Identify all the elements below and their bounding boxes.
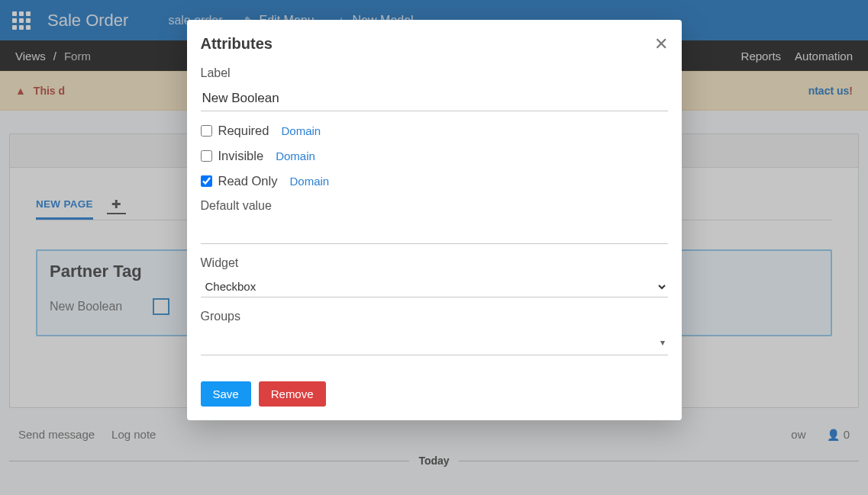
widget-lbl: Widget xyxy=(201,256,668,270)
default-value-input[interactable] xyxy=(201,219,668,244)
label-input[interactable] xyxy=(201,86,668,111)
attributes-modal: Attributes ✕ Label Required Domain Invis… xyxy=(187,20,682,420)
default-value-lbl: Default value xyxy=(201,199,668,213)
invisible-checkbox[interactable] xyxy=(201,150,212,162)
required-label: Required xyxy=(218,124,269,138)
readonly-domain-link[interactable]: Domain xyxy=(289,175,329,188)
required-checkbox[interactable] xyxy=(201,125,212,137)
label-lbl: Label xyxy=(201,66,668,80)
invisible-domain-link[interactable]: Domain xyxy=(276,149,315,162)
close-icon[interactable]: ✕ xyxy=(654,36,668,53)
remove-button[interactable]: Remove xyxy=(259,381,326,407)
groups-lbl: Groups xyxy=(201,310,668,323)
readonly-label: Read Only xyxy=(218,174,278,188)
caret-down-icon: ▾ xyxy=(660,337,668,348)
save-button[interactable]: Save xyxy=(201,381,251,407)
required-domain-link[interactable]: Domain xyxy=(281,124,321,137)
required-row: Required Domain xyxy=(201,124,668,138)
widget-select[interactable]: Checkbox xyxy=(201,276,668,297)
invisible-row: Invisible Domain xyxy=(201,149,668,163)
groups-select[interactable]: ▾ xyxy=(201,329,668,355)
readonly-row: Read Only Domain xyxy=(201,174,668,188)
modal-title: Attributes xyxy=(201,35,273,53)
readonly-checkbox[interactable] xyxy=(201,175,212,187)
invisible-label: Invisible xyxy=(218,149,264,163)
